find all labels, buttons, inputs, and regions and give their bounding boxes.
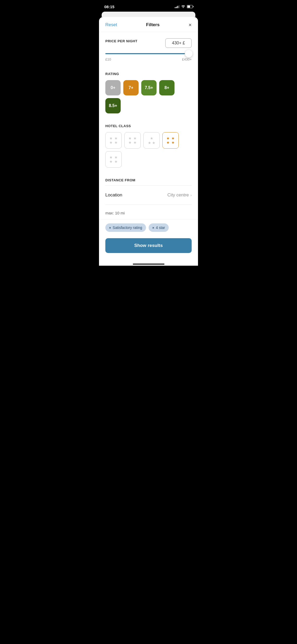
rating-section: RATING 0+ 7+ 7.5+ 8+ 8.5+ bbox=[105, 66, 192, 118]
prev-screen-peek bbox=[102, 12, 195, 17]
rating-btn-85plus[interactable]: 8.5+ bbox=[105, 98, 121, 113]
chip-x-icon: × bbox=[152, 226, 154, 230]
chevron-right-icon: › bbox=[190, 193, 192, 197]
divider-top bbox=[105, 185, 192, 186]
price-section: PRICE PER NIGHT 430+ £ £10 £430+ bbox=[105, 32, 192, 66]
location-row[interactable]: Location City centre › bbox=[105, 189, 192, 201]
star-icon: ★ bbox=[109, 141, 113, 144]
star-icon: ★ bbox=[114, 136, 118, 140]
status-time: 08:15 bbox=[104, 4, 114, 9]
modal-header: Reset Filters × bbox=[99, 17, 198, 32]
hotel-class-5star[interactable]: ★ ★ ★ ★ bbox=[105, 151, 122, 168]
slider-track bbox=[105, 53, 192, 54]
star-icon: ★ bbox=[128, 136, 132, 140]
phone-frame: 08:15 Reset Filters × bbox=[99, 0, 198, 266]
slider-labels: £10 £430+ bbox=[105, 57, 192, 61]
rating-btn-0plus[interactable]: 0+ bbox=[105, 80, 121, 95]
chip-satisfactory-label: Satisfactory rating bbox=[113, 226, 142, 230]
star-icon: ★ bbox=[166, 141, 170, 144]
divider-bottom bbox=[105, 205, 192, 205]
star-icon: ★ bbox=[109, 155, 113, 159]
rating-buttons: 0+ 7+ 7.5+ 8+ 8.5+ bbox=[105, 80, 192, 113]
price-input[interactable]: 430+ £ bbox=[165, 38, 192, 48]
star-icon: ★ bbox=[150, 136, 153, 140]
star-icon: ★ bbox=[114, 141, 118, 144]
show-results-button[interactable]: Show results bbox=[105, 238, 192, 253]
wifi-icon bbox=[181, 5, 185, 9]
chip-x-icon: × bbox=[109, 226, 111, 230]
price-header: PRICE PER NIGHT 430+ £ bbox=[105, 38, 192, 48]
hotel-class-section: HOTEL CLASS ★ ★ ★ ★ ★ bbox=[105, 118, 192, 172]
location-value-text: City centre bbox=[167, 192, 189, 198]
hotel-class-2star-a[interactable]: ★ ★ ★ ★ bbox=[105, 132, 122, 149]
status-icons bbox=[175, 5, 193, 9]
reset-button[interactable]: Reset bbox=[105, 22, 117, 27]
slider-fill bbox=[105, 53, 185, 54]
star-icon: ★ bbox=[128, 141, 132, 144]
location-value: City centre › bbox=[167, 192, 192, 198]
status-bar: 08:15 bbox=[99, 0, 198, 12]
star-icon: ★ bbox=[133, 136, 137, 140]
hotel-class-3star[interactable]: ★ ★ ★ bbox=[143, 132, 160, 149]
slider-max-label: £430+ bbox=[182, 57, 192, 61]
slider-min-label: £10 bbox=[105, 57, 111, 61]
chip-4star-label: 4 star bbox=[156, 226, 165, 230]
hotel-class-4star[interactable]: ★ ★ ★ ★ bbox=[162, 132, 179, 149]
distance-section: DISTANCE FROM Location City centre › max… bbox=[105, 172, 192, 219]
slider-thumb[interactable] bbox=[185, 50, 192, 57]
signal-icon bbox=[175, 5, 180, 8]
active-filters: × Satisfactory rating × 4 star bbox=[99, 219, 198, 235]
hotel-class-2star-b[interactable]: ★ ★ ★ ★ bbox=[124, 132, 141, 149]
star-icon: ★ bbox=[114, 155, 118, 159]
star-icon: ★ bbox=[114, 160, 118, 163]
distance-label: DISTANCE FROM bbox=[105, 178, 192, 182]
star-icon: ★ bbox=[166, 136, 170, 140]
filter-chip-4star[interactable]: × 4 star bbox=[149, 223, 169, 232]
star-icon: ★ bbox=[171, 141, 175, 144]
home-indicator bbox=[99, 261, 198, 266]
star-icon: ★ bbox=[152, 141, 155, 145]
modal-sheet: Reset Filters × PRICE PER NIGHT 430+ £ bbox=[99, 17, 198, 266]
star-icon: ★ bbox=[133, 141, 137, 144]
rating-label: RATING bbox=[105, 72, 192, 76]
rating-btn-8plus[interactable]: 8+ bbox=[159, 80, 175, 95]
home-bar bbox=[133, 264, 164, 265]
star-icon: ★ bbox=[109, 136, 113, 140]
price-label: PRICE PER NIGHT bbox=[105, 39, 138, 43]
modal-content: PRICE PER NIGHT 430+ £ £10 £430+ RATING bbox=[99, 32, 198, 219]
close-button[interactable]: × bbox=[188, 22, 192, 27]
battery-icon bbox=[187, 5, 193, 8]
hotel-class-label: HOTEL CLASS bbox=[105, 124, 192, 128]
rating-btn-7plus[interactable]: 7+ bbox=[123, 80, 139, 95]
max-distance: max: 10 mi bbox=[105, 208, 192, 219]
filters-title: Filters bbox=[146, 22, 159, 27]
star-icon: ★ bbox=[109, 160, 113, 163]
hotel-class-buttons: ★ ★ ★ ★ ★ ★ ★ ★ bbox=[105, 132, 192, 168]
price-slider[interactable] bbox=[105, 53, 192, 54]
filter-chip-satisfactory[interactable]: × Satisfactory rating bbox=[105, 223, 146, 232]
rating-btn-75plus[interactable]: 7.5+ bbox=[141, 80, 157, 95]
star-icon: ★ bbox=[148, 141, 151, 145]
star-icon: ★ bbox=[171, 136, 175, 140]
show-results-container: Show results bbox=[99, 235, 198, 261]
location-label: Location bbox=[105, 192, 122, 198]
